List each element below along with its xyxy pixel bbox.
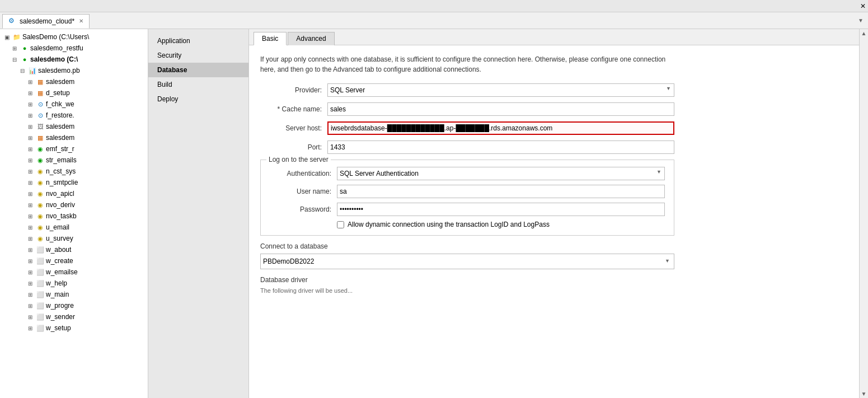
tab-close-button[interactable]: ✕: [79, 18, 83, 24]
tree-expand[interactable]: ⊟: [12, 57, 20, 63]
content-tab-strip: Basic Advanced: [249, 29, 859, 45]
tree-item-u-email[interactable]: ⊞ ◉ u_email: [0, 222, 148, 233]
nav-item-build[interactable]: Build: [148, 77, 248, 92]
tab-label: salesdemo_cloud*: [20, 17, 74, 25]
tree-expand[interactable]: ⊞: [12, 45, 20, 51]
tree-expand[interactable]: ⊞: [28, 79, 36, 85]
tree-item-n-smtpclie[interactable]: ⊞ ◉ n_smtpclie: [0, 177, 148, 188]
tree-item-label: d_setup: [46, 89, 70, 97]
tree-expand[interactable]: ⊞: [28, 146, 36, 152]
tree-item-u-survey[interactable]: ⊞ ◉ u_survey: [0, 233, 148, 244]
tree-item-w-sender[interactable]: ⊞ ⬜ w_sender: [0, 311, 148, 322]
tree-item-f-restore[interactable]: ⊞ ⊙ f_restore.: [0, 110, 148, 121]
tree-expand[interactable]: ⊞: [28, 224, 36, 231]
authentication-select[interactable]: SQL Server Authentication Windows Authen…: [337, 167, 665, 180]
tree-expand[interactable]: ⊞: [28, 180, 36, 186]
tree-item-str-emails[interactable]: ⊞ ◉ str_emails: [0, 154, 148, 166]
tree-item-w-create[interactable]: ⊞ ⬜ w_create: [0, 255, 148, 266]
tree-item-emf-str-r[interactable]: ⊞ ◉ emf_str_r: [0, 143, 148, 154]
grid-icon: ▦: [36, 77, 45, 86]
nav-panel: Application Security Database Build Depl…: [148, 29, 249, 398]
nav-item-label: Build: [157, 81, 172, 88]
tree-item-label: salesdemo.pb: [38, 67, 80, 74]
nav-item-database[interactable]: Database: [148, 63, 248, 77]
scroll-up-arrow[interactable]: ▲: [861, 30, 867, 36]
tree-expand[interactable]: ⊞: [28, 213, 36, 219]
tree-item-salesdem1[interactable]: ⊞ ▦ salesdem: [0, 76, 148, 87]
tree-expand[interactable]: ⊞: [28, 157, 36, 163]
tree-expand[interactable]: ⊞: [28, 113, 36, 119]
scroll-down-arrow[interactable]: ▼: [861, 391, 867, 397]
tree-expand-root[interactable]: ▣: [4, 34, 12, 40]
server-host-input[interactable]: [327, 121, 674, 135]
provider-select[interactable]: SQL Server: [327, 83, 674, 97]
username-row: User name:: [270, 185, 665, 198]
tree-expand[interactable]: ⊞: [28, 191, 36, 197]
port-input[interactable]: [327, 141, 674, 154]
tab-basic[interactable]: Basic: [254, 32, 287, 45]
tree-item-label: w_about: [46, 246, 71, 254]
nav-item-security[interactable]: Security: [148, 48, 248, 63]
tree-item-n-cst-sys[interactable]: ⊞ ◉ n_cst_sys: [0, 166, 148, 177]
tree-expand[interactable]: ⊞: [28, 236, 36, 242]
tree-expand[interactable]: ⊞: [28, 280, 36, 287]
tree-item-salesdemo-c[interactable]: ⊟ ● salesdemo (C:\: [0, 54, 148, 65]
tree-item-salesdemo-restfu[interactable]: ⊞ ● salesdemo_restfu: [0, 43, 148, 54]
tree-item-label: w_setup: [46, 324, 71, 332]
username-input[interactable]: [337, 185, 665, 198]
tree-expand[interactable]: ⊞: [28, 135, 36, 141]
tree-expand[interactable]: ⊞: [28, 269, 36, 275]
logon-section-title: Log on to the server: [266, 156, 331, 163]
tree-root[interactable]: ▣ 📁 SalesDemo (C:\Users\: [0, 31, 148, 43]
tree-expand[interactable]: ⊞: [28, 303, 36, 309]
tree-expand[interactable]: ⊞: [28, 247, 36, 253]
connect-section: Connect to a database PBDemoDB2022: [260, 242, 674, 269]
password-row: Password:: [270, 203, 665, 216]
nav-item-deploy[interactable]: Deploy: [148, 92, 248, 106]
tree-item-label: salesdemo_restfu: [30, 44, 83, 52]
tree-item-salesdem3[interactable]: ⊞ ▦ salesdem: [0, 132, 148, 143]
tree-item-w-emailse[interactable]: ⊞ ⬜ w_emailse: [0, 266, 148, 278]
dynamic-connection-checkbox[interactable]: [337, 221, 344, 228]
tree-expand[interactable]: ⊞: [28, 90, 36, 96]
tab-salesdemo-cloud[interactable]: ⚙ salesdemo_cloud* ✕: [2, 14, 90, 29]
database-select[interactable]: PBDemoDB2022: [260, 254, 674, 269]
db-driver-section: Database driver The following driver wil…: [260, 276, 848, 294]
tree-item-w-help[interactable]: ⊞ ⬜ w_help: [0, 278, 148, 289]
tree-item-w-setup[interactable]: ⊞ ⬜ w_setup: [0, 322, 148, 334]
tree-item-w-main[interactable]: ⊞ ⬜ w_main: [0, 289, 148, 300]
tree-expand[interactable]: ⊞: [28, 168, 36, 175]
tab-advanced[interactable]: Advanced: [288, 32, 334, 45]
provider-label: Provider:: [260, 86, 327, 94]
tab-arrow[interactable]: ▼: [858, 17, 868, 24]
port-control: [327, 141, 674, 154]
circle-blue-icon: ⊙: [36, 100, 45, 109]
tree-item-salesdem2[interactable]: ⊞ 🖼 salesdem: [0, 121, 148, 132]
tree-expand[interactable]: ⊞: [28, 101, 36, 107]
tree-item-nvo-taskb[interactable]: ⊞ ◉ nvo_taskb: [0, 210, 148, 222]
tree-expand[interactable]: ⊞: [28, 202, 36, 208]
tree-item-label: nvo_deriv: [46, 201, 75, 209]
tree-expand[interactable]: ⊞: [28, 314, 36, 320]
tree-expand[interactable]: ⊞: [28, 124, 36, 130]
tree-item-salesdemo-pb[interactable]: ⊟ 📊 salesdemo.pb: [0, 65, 148, 76]
image-icon: 🖼: [36, 122, 45, 131]
tree-item-w-progre[interactable]: ⊞ ⬜ w_progre: [0, 300, 148, 311]
tree-item-f-chk-we[interactable]: ⊞ ⊙ f_chk_we: [0, 99, 148, 110]
close-button[interactable]: ✕: [860, 2, 866, 10]
right-scrollbar[interactable]: ▲ ▼: [859, 29, 868, 398]
nav-item-application[interactable]: Application: [148, 34, 248, 48]
tree-expand[interactable]: ⊞: [28, 258, 36, 264]
chart-icon: 📊: [28, 66, 37, 75]
database-select-wrapper: PBDemoDB2022: [260, 254, 674, 269]
cache-name-input[interactable]: [327, 102, 674, 116]
password-input[interactable]: [337, 203, 665, 216]
tree-item-nvo-deriv[interactable]: ⊞ ◉ nvo_deriv: [0, 199, 148, 210]
tree-item-d-setup[interactable]: ⊞ ▦ d_setup: [0, 87, 148, 99]
tree-expand[interactable]: ⊟: [20, 68, 28, 74]
tree-item-w-about[interactable]: ⊞ ⬜ w_about: [0, 244, 148, 255]
tree-item-nvo-apicl[interactable]: ⊞ ◉ nvo_apicl: [0, 188, 148, 199]
server-host-row: Server host:: [260, 121, 848, 135]
tree-expand[interactable]: ⊞: [28, 292, 36, 298]
tree-expand[interactable]: ⊞: [28, 325, 36, 331]
